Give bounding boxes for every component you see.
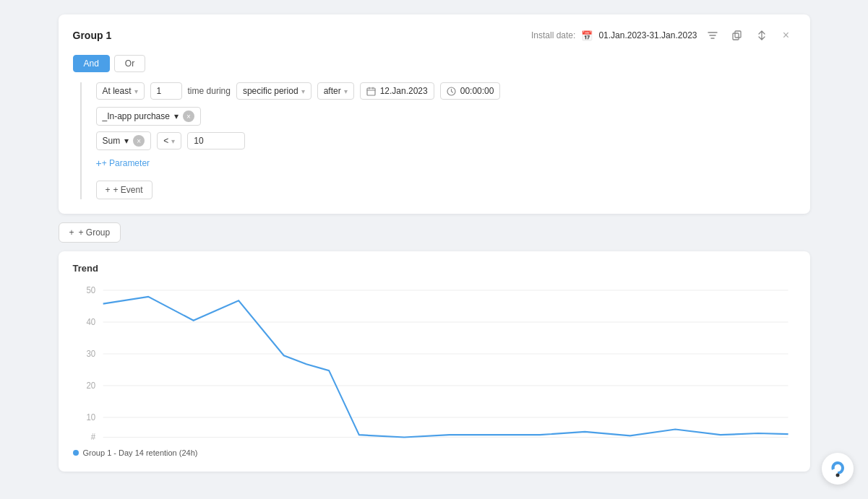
group-header-actions: Install date: 📅 01.Jan.2023-31.Jan.2023 xyxy=(531,26,796,45)
at-least-value-input[interactable] xyxy=(150,82,182,100)
chevron-down-icon: ▾ xyxy=(134,87,138,95)
add-event-btn[interactable]: + + Event xyxy=(96,181,152,199)
operator-select[interactable]: < ▾ xyxy=(157,132,181,149)
time-during-label: time during xyxy=(188,86,231,96)
event-condition: _In-app purchase ▾ × Sum ▾ × < ▾ xyxy=(96,107,796,169)
install-date-range: 01.Jan.2023-31.Jan.2023 xyxy=(598,30,697,40)
at-least-select[interactable]: At least ▾ xyxy=(96,82,145,100)
aggregation-select[interactable]: Sum ▾ × xyxy=(96,131,152,150)
svg-rect-0 xyxy=(735,31,741,38)
add-group-btn[interactable]: + + Group xyxy=(59,222,121,243)
condition-row-1: At least ▾ time during specific period ▾… xyxy=(96,82,796,100)
filter-icon-btn[interactable] xyxy=(703,26,722,45)
group-header: Group 1 Install date: 📅 01.Jan.2023-31.J… xyxy=(73,26,796,45)
and-btn[interactable]: And xyxy=(73,55,110,72)
chevron-down-icon: ▾ xyxy=(301,87,305,95)
trend-card: Trend 50 40 30 20 10 # 01.01 xyxy=(59,251,810,472)
copy-icon-btn[interactable] xyxy=(728,26,747,45)
app-logo xyxy=(828,459,848,479)
calendar-icon xyxy=(366,87,376,96)
condition-row-2: _In-app purchase ▾ × xyxy=(96,107,796,126)
remove-aggregation-btn[interactable]: × xyxy=(133,135,145,147)
adjust-icon-btn[interactable] xyxy=(752,26,771,45)
svg-point-32 xyxy=(836,474,840,477)
legend-label: Group 1 - Day 14 retention (24h) xyxy=(83,448,198,457)
or-btn[interactable]: Or xyxy=(114,55,145,72)
trend-chart: 50 40 30 20 10 # 01.01 03.01 05.01 07.01… xyxy=(73,282,796,441)
svg-rect-1 xyxy=(733,33,739,40)
plus-icon: + xyxy=(96,157,102,169)
after-select[interactable]: after ▾ xyxy=(317,82,354,100)
chevron-down-icon: ▾ xyxy=(124,136,129,146)
value-input[interactable] xyxy=(187,132,245,149)
date-picker[interactable]: 12.Jan.2023 xyxy=(360,82,434,100)
svg-text:#: # xyxy=(90,432,95,441)
plus-icon: + xyxy=(106,185,111,195)
and-or-toggle: And Or xyxy=(73,55,796,72)
chevron-down-icon: ▾ xyxy=(171,137,175,145)
trend-title: Trend xyxy=(73,263,796,274)
legend-dot xyxy=(73,450,79,456)
chevron-down-icon: ▾ xyxy=(344,87,348,95)
svg-text:20: 20 xyxy=(86,381,95,390)
condition-row-3: Sum ▾ × < ▾ xyxy=(96,131,796,150)
svg-text:10: 10 xyxy=(86,412,95,422)
svg-text:30: 30 xyxy=(86,349,95,358)
logo-badge xyxy=(822,453,854,485)
trend-svg: 50 40 30 20 10 # 01.01 03.01 05.01 07.01… xyxy=(73,282,796,441)
chevron-down-icon: ▾ xyxy=(174,111,179,121)
event-tag[interactable]: _In-app purchase ▾ × xyxy=(96,107,201,126)
condition-block: At least ▾ time during specific period ▾… xyxy=(80,82,796,199)
group-card: Group 1 Install date: 📅 01.Jan.2023-31.J… xyxy=(59,14,810,214)
svg-text:40: 40 xyxy=(86,317,95,326)
chart-legend: Group 1 - Day 14 retention (24h) xyxy=(73,448,796,457)
add-parameter-btn[interactable]: + + Parameter xyxy=(96,157,796,169)
svg-text:50: 50 xyxy=(86,285,95,295)
plus-icon: + xyxy=(69,227,74,238)
calendar-icon: 📅 xyxy=(581,30,593,41)
specific-period-select[interactable]: specific period ▾ xyxy=(236,82,311,100)
clock-icon xyxy=(447,87,456,96)
time-picker[interactable]: 00:00:00 xyxy=(440,82,501,100)
install-date-label: Install date: xyxy=(531,30,575,40)
remove-event-btn[interactable]: × xyxy=(183,110,194,122)
close-group-btn[interactable]: × xyxy=(777,26,796,45)
svg-rect-2 xyxy=(367,88,375,95)
group-title: Group 1 xyxy=(73,30,112,41)
